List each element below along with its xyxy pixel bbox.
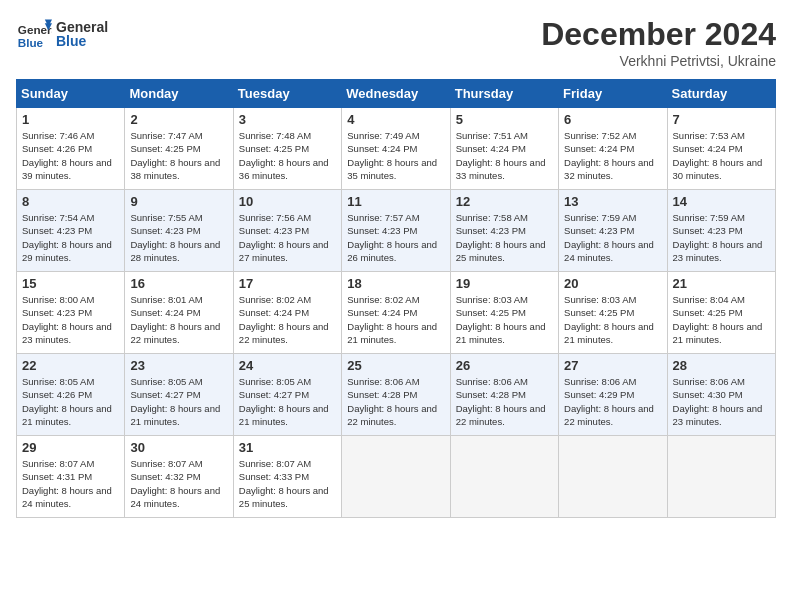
day-cell	[559, 436, 667, 518]
day-cell: 18Sunrise: 8:02 AMSunset: 4:24 PMDayligh…	[342, 272, 450, 354]
day-cell: 11Sunrise: 7:57 AMSunset: 4:23 PMDayligh…	[342, 190, 450, 272]
day-cell: 16Sunrise: 8:01 AMSunset: 4:24 PMDayligh…	[125, 272, 233, 354]
day-number: 29	[22, 440, 119, 455]
logo-icon: General Blue	[16, 16, 52, 52]
day-number: 22	[22, 358, 119, 373]
day-number: 3	[239, 112, 336, 127]
week-row-1: 1Sunrise: 7:46 AMSunset: 4:26 PMDaylight…	[17, 108, 776, 190]
day-number: 4	[347, 112, 444, 127]
day-number: 16	[130, 276, 227, 291]
day-info: Sunrise: 7:49 AMSunset: 4:24 PMDaylight:…	[347, 129, 444, 182]
day-info: Sunrise: 7:52 AMSunset: 4:24 PMDaylight:…	[564, 129, 661, 182]
day-number: 15	[22, 276, 119, 291]
day-info: Sunrise: 8:02 AMSunset: 4:24 PMDaylight:…	[239, 293, 336, 346]
day-cell: 23Sunrise: 8:05 AMSunset: 4:27 PMDayligh…	[125, 354, 233, 436]
day-cell: 9Sunrise: 7:55 AMSunset: 4:23 PMDaylight…	[125, 190, 233, 272]
day-info: Sunrise: 7:55 AMSunset: 4:23 PMDaylight:…	[130, 211, 227, 264]
day-info: Sunrise: 8:00 AMSunset: 4:23 PMDaylight:…	[22, 293, 119, 346]
day-cell: 28Sunrise: 8:06 AMSunset: 4:30 PMDayligh…	[667, 354, 775, 436]
day-info: Sunrise: 7:51 AMSunset: 4:24 PMDaylight:…	[456, 129, 553, 182]
day-cell: 20Sunrise: 8:03 AMSunset: 4:25 PMDayligh…	[559, 272, 667, 354]
logo: General Blue General Blue	[16, 16, 108, 52]
day-number: 20	[564, 276, 661, 291]
day-info: Sunrise: 8:06 AMSunset: 4:28 PMDaylight:…	[456, 375, 553, 428]
day-cell: 17Sunrise: 8:02 AMSunset: 4:24 PMDayligh…	[233, 272, 341, 354]
day-info: Sunrise: 7:47 AMSunset: 4:25 PMDaylight:…	[130, 129, 227, 182]
day-number: 9	[130, 194, 227, 209]
day-number: 7	[673, 112, 770, 127]
day-number: 14	[673, 194, 770, 209]
day-cell: 29Sunrise: 8:07 AMSunset: 4:31 PMDayligh…	[17, 436, 125, 518]
day-cell: 14Sunrise: 7:59 AMSunset: 4:23 PMDayligh…	[667, 190, 775, 272]
day-info: Sunrise: 7:58 AMSunset: 4:23 PMDaylight:…	[456, 211, 553, 264]
day-number: 28	[673, 358, 770, 373]
day-cell: 22Sunrise: 8:05 AMSunset: 4:26 PMDayligh…	[17, 354, 125, 436]
day-number: 21	[673, 276, 770, 291]
col-header-monday: Monday	[125, 80, 233, 108]
day-number: 17	[239, 276, 336, 291]
day-info: Sunrise: 7:53 AMSunset: 4:24 PMDaylight:…	[673, 129, 770, 182]
day-number: 31	[239, 440, 336, 455]
day-cell	[450, 436, 558, 518]
col-header-friday: Friday	[559, 80, 667, 108]
logo-blue-text: Blue	[56, 33, 108, 49]
day-info: Sunrise: 7:59 AMSunset: 4:23 PMDaylight:…	[673, 211, 770, 264]
week-row-3: 15Sunrise: 8:00 AMSunset: 4:23 PMDayligh…	[17, 272, 776, 354]
day-info: Sunrise: 8:05 AMSunset: 4:27 PMDaylight:…	[239, 375, 336, 428]
day-info: Sunrise: 8:06 AMSunset: 4:29 PMDaylight:…	[564, 375, 661, 428]
day-cell: 8Sunrise: 7:54 AMSunset: 4:23 PMDaylight…	[17, 190, 125, 272]
day-cell: 19Sunrise: 8:03 AMSunset: 4:25 PMDayligh…	[450, 272, 558, 354]
day-cell: 5Sunrise: 7:51 AMSunset: 4:24 PMDaylight…	[450, 108, 558, 190]
day-info: Sunrise: 7:59 AMSunset: 4:23 PMDaylight:…	[564, 211, 661, 264]
day-info: Sunrise: 8:06 AMSunset: 4:28 PMDaylight:…	[347, 375, 444, 428]
day-cell: 31Sunrise: 8:07 AMSunset: 4:33 PMDayligh…	[233, 436, 341, 518]
day-number: 30	[130, 440, 227, 455]
day-info: Sunrise: 8:01 AMSunset: 4:24 PMDaylight:…	[130, 293, 227, 346]
day-number: 8	[22, 194, 119, 209]
day-cell: 25Sunrise: 8:06 AMSunset: 4:28 PMDayligh…	[342, 354, 450, 436]
title-block: December 2024 Verkhni Petrivtsi, Ukraine	[541, 16, 776, 69]
day-number: 6	[564, 112, 661, 127]
col-header-tuesday: Tuesday	[233, 80, 341, 108]
day-info: Sunrise: 7:46 AMSunset: 4:26 PMDaylight:…	[22, 129, 119, 182]
day-cell: 7Sunrise: 7:53 AMSunset: 4:24 PMDaylight…	[667, 108, 775, 190]
day-cell: 27Sunrise: 8:06 AMSunset: 4:29 PMDayligh…	[559, 354, 667, 436]
day-number: 24	[239, 358, 336, 373]
week-row-2: 8Sunrise: 7:54 AMSunset: 4:23 PMDaylight…	[17, 190, 776, 272]
day-number: 25	[347, 358, 444, 373]
page-header: General Blue General Blue December 2024 …	[16, 16, 776, 69]
calendar-table: SundayMondayTuesdayWednesdayThursdayFrid…	[16, 79, 776, 518]
day-info: Sunrise: 8:07 AMSunset: 4:31 PMDaylight:…	[22, 457, 119, 510]
day-info: Sunrise: 8:07 AMSunset: 4:33 PMDaylight:…	[239, 457, 336, 510]
day-info: Sunrise: 8:02 AMSunset: 4:24 PMDaylight:…	[347, 293, 444, 346]
day-number: 19	[456, 276, 553, 291]
day-cell: 10Sunrise: 7:56 AMSunset: 4:23 PMDayligh…	[233, 190, 341, 272]
week-row-5: 29Sunrise: 8:07 AMSunset: 4:31 PMDayligh…	[17, 436, 776, 518]
day-number: 26	[456, 358, 553, 373]
day-number: 18	[347, 276, 444, 291]
day-cell	[342, 436, 450, 518]
day-cell: 3Sunrise: 7:48 AMSunset: 4:25 PMDaylight…	[233, 108, 341, 190]
month-title: December 2024	[541, 16, 776, 53]
day-cell: 13Sunrise: 7:59 AMSunset: 4:23 PMDayligh…	[559, 190, 667, 272]
col-header-sunday: Sunday	[17, 80, 125, 108]
day-info: Sunrise: 7:57 AMSunset: 4:23 PMDaylight:…	[347, 211, 444, 264]
day-number: 1	[22, 112, 119, 127]
day-info: Sunrise: 8:03 AMSunset: 4:25 PMDaylight:…	[456, 293, 553, 346]
day-info: Sunrise: 8:07 AMSunset: 4:32 PMDaylight:…	[130, 457, 227, 510]
day-cell: 21Sunrise: 8:04 AMSunset: 4:25 PMDayligh…	[667, 272, 775, 354]
header-row: SundayMondayTuesdayWednesdayThursdayFrid…	[17, 80, 776, 108]
day-cell: 24Sunrise: 8:05 AMSunset: 4:27 PMDayligh…	[233, 354, 341, 436]
day-info: Sunrise: 8:05 AMSunset: 4:26 PMDaylight:…	[22, 375, 119, 428]
day-info: Sunrise: 8:03 AMSunset: 4:25 PMDaylight:…	[564, 293, 661, 346]
day-cell: 4Sunrise: 7:49 AMSunset: 4:24 PMDaylight…	[342, 108, 450, 190]
svg-text:Blue: Blue	[18, 36, 44, 49]
day-info: Sunrise: 8:05 AMSunset: 4:27 PMDaylight:…	[130, 375, 227, 428]
location: Verkhni Petrivtsi, Ukraine	[541, 53, 776, 69]
day-cell	[667, 436, 775, 518]
day-cell: 1Sunrise: 7:46 AMSunset: 4:26 PMDaylight…	[17, 108, 125, 190]
day-number: 23	[130, 358, 227, 373]
day-info: Sunrise: 7:56 AMSunset: 4:23 PMDaylight:…	[239, 211, 336, 264]
day-number: 2	[130, 112, 227, 127]
day-cell: 15Sunrise: 8:00 AMSunset: 4:23 PMDayligh…	[17, 272, 125, 354]
